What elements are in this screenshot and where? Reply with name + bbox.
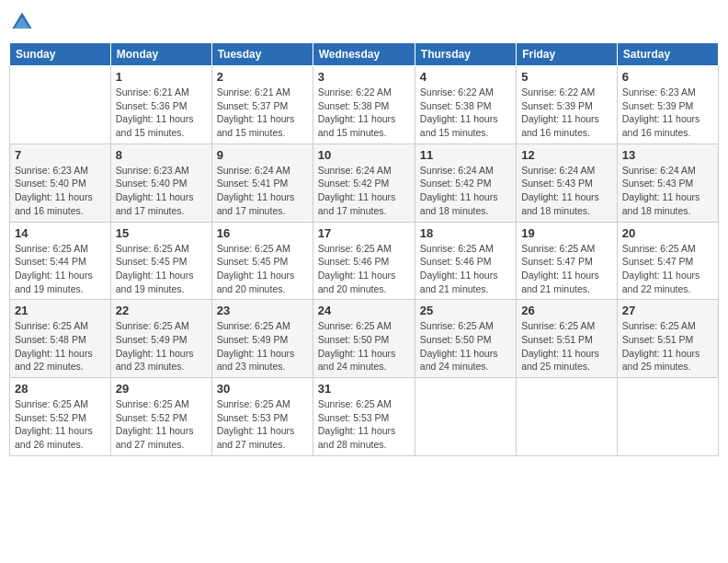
calendar-cell: 17Sunrise: 6:25 AM Sunset: 5:46 PM Dayli… bbox=[313, 222, 415, 300]
day-info: Sunrise: 6:25 AM Sunset: 5:45 PM Dayligh… bbox=[116, 242, 207, 296]
day-number: 10 bbox=[318, 148, 410, 162]
calendar-day-header: Saturday bbox=[617, 43, 718, 66]
day-number: 5 bbox=[521, 70, 612, 84]
day-info: Sunrise: 6:25 AM Sunset: 5:47 PM Dayligh… bbox=[622, 242, 713, 296]
calendar-cell bbox=[617, 378, 718, 456]
day-number: 12 bbox=[521, 148, 612, 162]
day-info: Sunrise: 6:24 AM Sunset: 5:42 PM Dayligh… bbox=[420, 164, 511, 218]
day-info: Sunrise: 6:22 AM Sunset: 5:38 PM Dayligh… bbox=[420, 86, 511, 140]
day-info: Sunrise: 6:25 AM Sunset: 5:46 PM Dayligh… bbox=[318, 242, 410, 296]
day-number: 15 bbox=[116, 226, 207, 240]
calendar-cell: 3Sunrise: 6:22 AM Sunset: 5:38 PM Daylig… bbox=[313, 66, 415, 144]
calendar-cell: 21Sunrise: 6:25 AM Sunset: 5:48 PM Dayli… bbox=[10, 300, 111, 378]
calendar-header-row: SundayMondayTuesdayWednesdayThursdayFrid… bbox=[10, 43, 719, 66]
calendar-cell: 4Sunrise: 6:22 AM Sunset: 5:38 PM Daylig… bbox=[415, 66, 516, 144]
day-number: 27 bbox=[622, 304, 713, 317]
calendar-day-header: Sunday bbox=[10, 43, 111, 66]
calendar-cell: 14Sunrise: 6:25 AM Sunset: 5:44 PM Dayli… bbox=[10, 222, 111, 300]
day-number: 3 bbox=[318, 70, 410, 84]
day-info: Sunrise: 6:25 AM Sunset: 5:45 PM Dayligh… bbox=[217, 242, 308, 296]
day-info: Sunrise: 6:24 AM Sunset: 5:41 PM Dayligh… bbox=[217, 164, 308, 218]
day-number: 14 bbox=[15, 226, 106, 240]
calendar-day-header: Wednesday bbox=[313, 43, 415, 66]
calendar-cell: 22Sunrise: 6:25 AM Sunset: 5:49 PM Dayli… bbox=[110, 300, 211, 378]
day-info: Sunrise: 6:25 AM Sunset: 5:51 PM Dayligh… bbox=[622, 319, 713, 373]
day-info: Sunrise: 6:25 AM Sunset: 5:51 PM Dayligh… bbox=[521, 319, 612, 373]
day-number: 6 bbox=[622, 70, 713, 84]
day-info: Sunrise: 6:23 AM Sunset: 5:40 PM Dayligh… bbox=[116, 164, 207, 218]
day-info: Sunrise: 6:25 AM Sunset: 5:47 PM Dayligh… bbox=[521, 242, 612, 296]
calendar-week-row: 14Sunrise: 6:25 AM Sunset: 5:44 PM Dayli… bbox=[10, 222, 719, 300]
day-info: Sunrise: 6:25 AM Sunset: 5:53 PM Dayligh… bbox=[217, 397, 308, 452]
day-number: 26 bbox=[521, 304, 612, 317]
day-info: Sunrise: 6:22 AM Sunset: 5:38 PM Dayligh… bbox=[318, 86, 410, 140]
calendar-cell bbox=[415, 378, 516, 456]
calendar-cell: 6Sunrise: 6:23 AM Sunset: 5:39 PM Daylig… bbox=[617, 66, 718, 144]
day-number: 18 bbox=[420, 226, 511, 240]
calendar-cell: 30Sunrise: 6:25 AM Sunset: 5:53 PM Dayli… bbox=[211, 378, 313, 456]
calendar-cell bbox=[10, 66, 111, 144]
day-info: Sunrise: 6:25 AM Sunset: 5:49 PM Dayligh… bbox=[116, 319, 207, 373]
calendar-cell: 16Sunrise: 6:25 AM Sunset: 5:45 PM Dayli… bbox=[211, 222, 313, 300]
day-number: 20 bbox=[622, 226, 713, 240]
day-info: Sunrise: 6:25 AM Sunset: 5:49 PM Dayligh… bbox=[217, 319, 308, 373]
day-number: 2 bbox=[217, 70, 308, 84]
day-number: 17 bbox=[318, 226, 410, 240]
day-info: Sunrise: 6:25 AM Sunset: 5:50 PM Dayligh… bbox=[318, 319, 410, 373]
day-info: Sunrise: 6:25 AM Sunset: 5:53 PM Dayligh… bbox=[318, 397, 410, 452]
calendar-cell: 27Sunrise: 6:25 AM Sunset: 5:51 PM Dayli… bbox=[617, 300, 718, 378]
day-number: 1 bbox=[116, 70, 207, 84]
day-number: 29 bbox=[116, 382, 207, 396]
day-info: Sunrise: 6:23 AM Sunset: 5:40 PM Dayligh… bbox=[15, 164, 106, 218]
calendar-week-row: 21Sunrise: 6:25 AM Sunset: 5:48 PM Dayli… bbox=[10, 300, 719, 378]
calendar-cell: 12Sunrise: 6:24 AM Sunset: 5:43 PM Dayli… bbox=[517, 144, 618, 222]
day-number: 16 bbox=[217, 226, 308, 240]
day-number: 9 bbox=[217, 148, 308, 162]
calendar-cell: 15Sunrise: 6:25 AM Sunset: 5:45 PM Dayli… bbox=[110, 222, 211, 300]
day-info: Sunrise: 6:25 AM Sunset: 5:50 PM Dayligh… bbox=[420, 319, 511, 373]
day-number: 30 bbox=[217, 382, 308, 396]
calendar-week-row: 28Sunrise: 6:25 AM Sunset: 5:52 PM Dayli… bbox=[10, 378, 719, 456]
calendar-cell: 7Sunrise: 6:23 AM Sunset: 5:40 PM Daylig… bbox=[10, 144, 111, 222]
day-info: Sunrise: 6:25 AM Sunset: 5:52 PM Dayligh… bbox=[116, 397, 207, 452]
page-header bbox=[9, 9, 719, 35]
day-number: 24 bbox=[318, 304, 410, 317]
calendar-cell: 23Sunrise: 6:25 AM Sunset: 5:49 PM Dayli… bbox=[211, 300, 313, 378]
day-info: Sunrise: 6:23 AM Sunset: 5:39 PM Dayligh… bbox=[622, 86, 713, 140]
calendar-cell: 9Sunrise: 6:24 AM Sunset: 5:41 PM Daylig… bbox=[211, 144, 313, 222]
logo bbox=[9, 9, 39, 35]
day-info: Sunrise: 6:25 AM Sunset: 5:48 PM Dayligh… bbox=[15, 319, 106, 373]
calendar-cell: 25Sunrise: 6:25 AM Sunset: 5:50 PM Dayli… bbox=[415, 300, 516, 378]
day-info: Sunrise: 6:25 AM Sunset: 5:52 PM Dayligh… bbox=[15, 397, 106, 452]
day-info: Sunrise: 6:22 AM Sunset: 5:39 PM Dayligh… bbox=[521, 86, 612, 140]
calendar-cell: 5Sunrise: 6:22 AM Sunset: 5:39 PM Daylig… bbox=[517, 66, 618, 144]
day-number: 11 bbox=[420, 148, 511, 162]
calendar-cell: 2Sunrise: 6:21 AM Sunset: 5:37 PM Daylig… bbox=[211, 66, 313, 144]
day-number: 13 bbox=[622, 148, 713, 162]
calendar-cell: 18Sunrise: 6:25 AM Sunset: 5:46 PM Dayli… bbox=[415, 222, 516, 300]
calendar-week-row: 1Sunrise: 6:21 AM Sunset: 5:36 PM Daylig… bbox=[10, 66, 719, 144]
day-number: 23 bbox=[217, 304, 308, 317]
calendar-cell: 26Sunrise: 6:25 AM Sunset: 5:51 PM Dayli… bbox=[517, 300, 618, 378]
day-number: 19 bbox=[521, 226, 612, 240]
calendar-cell: 24Sunrise: 6:25 AM Sunset: 5:50 PM Dayli… bbox=[313, 300, 415, 378]
day-number: 7 bbox=[15, 148, 106, 162]
calendar-cell: 31Sunrise: 6:25 AM Sunset: 5:53 PM Dayli… bbox=[313, 378, 415, 456]
calendar-cell: 19Sunrise: 6:25 AM Sunset: 5:47 PM Dayli… bbox=[517, 222, 618, 300]
day-info: Sunrise: 6:24 AM Sunset: 5:43 PM Dayligh… bbox=[622, 164, 713, 218]
calendar-cell: 13Sunrise: 6:24 AM Sunset: 5:43 PM Dayli… bbox=[617, 144, 718, 222]
day-info: Sunrise: 6:21 AM Sunset: 5:37 PM Dayligh… bbox=[217, 86, 308, 140]
day-number: 21 bbox=[15, 304, 106, 317]
day-number: 8 bbox=[116, 148, 207, 162]
calendar-table: SundayMondayTuesdayWednesdayThursdayFrid… bbox=[9, 42, 719, 456]
day-number: 28 bbox=[15, 382, 106, 396]
calendar-day-header: Thursday bbox=[415, 43, 516, 66]
day-number: 4 bbox=[420, 70, 511, 84]
calendar-day-header: Monday bbox=[110, 43, 211, 66]
calendar-cell: 11Sunrise: 6:24 AM Sunset: 5:42 PM Dayli… bbox=[415, 144, 516, 222]
calendar-cell bbox=[517, 378, 618, 456]
calendar-week-row: 7Sunrise: 6:23 AM Sunset: 5:40 PM Daylig… bbox=[10, 144, 719, 222]
calendar-cell: 20Sunrise: 6:25 AM Sunset: 5:47 PM Dayli… bbox=[617, 222, 718, 300]
calendar-day-header: Tuesday bbox=[211, 43, 313, 66]
day-info: Sunrise: 6:21 AM Sunset: 5:36 PM Dayligh… bbox=[116, 86, 207, 140]
